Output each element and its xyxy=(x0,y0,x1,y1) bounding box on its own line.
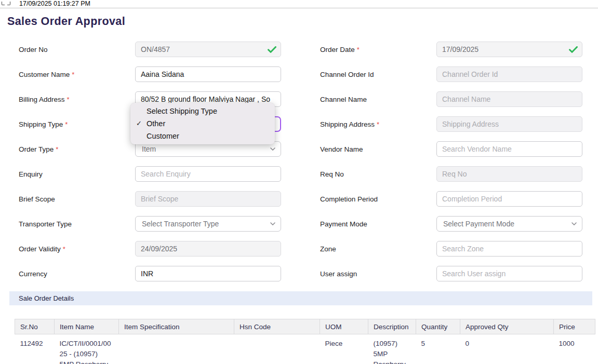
completion-period-row: Completion Period xyxy=(299,186,598,211)
cell-item-specification xyxy=(119,334,234,364)
req-no-label: Req No xyxy=(299,170,436,178)
cell-price: 1000 xyxy=(554,334,595,364)
required-asterisk: * xyxy=(56,145,58,153)
vendor-name-field[interactable] xyxy=(436,141,582,157)
vendor-name-label: Vendor Name xyxy=(299,145,436,153)
chevron-down-icon xyxy=(572,222,577,225)
selected-check-icon: ✓ xyxy=(136,117,142,130)
enquiry-row: Enquiry xyxy=(0,161,299,186)
col-description: Description xyxy=(368,319,416,334)
req-no-row: Req No xyxy=(299,161,598,186)
page-title: Sales Order Approval xyxy=(7,15,598,28)
shipping-type-dropdown-menu: Select Shipping Type ✓Other Customer xyxy=(130,103,275,144)
cell-uom: Piece xyxy=(320,334,368,364)
user-assign-row: User assign xyxy=(299,261,598,286)
vendor-name-row: Vendor Name xyxy=(299,137,598,161)
chevron-down-icon xyxy=(270,222,275,225)
shipping-address-row: Shipping Address* xyxy=(299,112,598,137)
cell-hsn-code xyxy=(234,334,320,364)
brief-scope-field xyxy=(135,191,281,207)
dropdown-option-select-shipping-type[interactable]: Select Shipping Type xyxy=(130,105,275,117)
order-validity-row: Order Validity* xyxy=(0,236,299,261)
shipping-address-field xyxy=(436,116,582,132)
col-sr-no: Sr.No xyxy=(15,319,55,334)
channel-name-label: Channel Name xyxy=(299,96,436,103)
req-no-field xyxy=(436,166,582,182)
sale-order-details-header: Sale Order Details xyxy=(9,291,592,305)
datetime-text: 17/09/2025 01:19:27 PM xyxy=(19,0,90,7)
customer-name-row: Customer Name* xyxy=(0,62,299,87)
currency-field[interactable] xyxy=(135,266,281,281)
required-asterisk: * xyxy=(72,71,74,78)
channel-order-id-field xyxy=(436,66,582,82)
col-price: Price xyxy=(554,319,595,334)
currency-row: Currency xyxy=(0,261,299,286)
transporter-type-label: Transporter Type xyxy=(0,220,135,228)
customer-name-field[interactable] xyxy=(135,66,281,82)
col-item-name: Item Name xyxy=(55,319,119,334)
sale-order-details-table: Sr.No Item Name Item Specification Hsn C… xyxy=(15,319,595,364)
shipping-type-row: Shipping Type* Other Select Shipping Typ… xyxy=(0,112,299,137)
order-validity-field[interactable] xyxy=(135,241,281,257)
shipping-type-label: Shipping Type* xyxy=(0,120,135,128)
completion-period-field[interactable] xyxy=(436,191,582,207)
zone-field[interactable] xyxy=(436,241,582,257)
billing-address-label: Billing Address* xyxy=(0,96,135,103)
shipping-address-label: Shipping Address* xyxy=(299,120,436,128)
order-date-row: Order Date* xyxy=(299,37,598,62)
table-row: 112492 IC/CT/II/0001/0025 - (10957) 5MP … xyxy=(15,334,595,364)
cell-approved-qty: 0 xyxy=(460,334,554,364)
currency-label: Currency xyxy=(0,270,135,278)
order-no-label: Order No xyxy=(0,46,135,53)
brief-scope-row: Brief Scope xyxy=(0,186,299,211)
enquiry-label: Enquiry xyxy=(0,170,135,178)
col-approved-qty: Approved Qty xyxy=(460,319,554,334)
chevron-down-icon xyxy=(270,147,275,151)
channel-order-id-label: Channel Order Id xyxy=(299,71,436,78)
order-type-label: Order Type* xyxy=(0,145,135,153)
order-validity-label: Order Validity* xyxy=(0,245,135,253)
transporter-type-select[interactable]: Select Transporter Type xyxy=(135,216,281,232)
required-asterisk: * xyxy=(357,46,360,53)
transporter-type-row: Transporter Type Select Transporter Type xyxy=(0,211,299,236)
required-asterisk: * xyxy=(63,245,65,253)
cell-quantity: 5 xyxy=(416,334,460,364)
dropdown-option-other[interactable]: ✓Other xyxy=(130,117,275,130)
fullscreen-corners-icon[interactable] xyxy=(2,2,10,5)
payment-mode-select[interactable]: Select Payment Mode xyxy=(436,216,582,232)
topbar: 17/09/2025 01:19:27 PM xyxy=(0,0,598,8)
zone-row: Zone xyxy=(299,236,598,261)
completion-period-label: Completion Period xyxy=(299,195,436,203)
payment-mode-row: Payment Mode Select Payment Mode xyxy=(299,211,598,236)
order-form: Order No Customer Name* Billing Address*… xyxy=(0,37,598,286)
required-asterisk: * xyxy=(65,120,68,128)
cell-description: (10957) 5MP Raspberry Pi 3/4 Model B xyxy=(368,334,416,364)
col-hsn-code: Hsn Code xyxy=(234,319,320,334)
required-asterisk: * xyxy=(377,120,379,128)
order-no-row: Order No xyxy=(0,37,299,62)
brief-scope-label: Brief Scope xyxy=(0,195,135,203)
required-asterisk: * xyxy=(67,96,70,103)
col-item-specification: Item Specification xyxy=(119,319,234,334)
cell-sr-no: 112492 xyxy=(15,334,55,364)
order-date-field[interactable] xyxy=(436,42,582,57)
channel-order-id-row: Channel Order Id xyxy=(299,62,598,87)
cell-item-name: IC/CT/II/0001/0025 - (10957) 5MP Raspber… xyxy=(55,334,119,364)
channel-name-field xyxy=(436,91,582,107)
enquiry-field[interactable] xyxy=(135,166,281,182)
user-assign-label: User assign xyxy=(299,270,436,278)
dropdown-option-customer[interactable]: Customer xyxy=(130,130,275,142)
channel-name-row: Channel Name xyxy=(299,87,598,112)
order-no-field[interactable] xyxy=(135,42,281,57)
col-quantity: Quantity xyxy=(416,319,460,334)
table-header-row: Sr.No Item Name Item Specification Hsn C… xyxy=(15,319,595,334)
payment-mode-label: Payment Mode xyxy=(299,220,436,228)
order-date-label: Order Date* xyxy=(299,46,436,53)
col-uom: UOM xyxy=(320,319,368,334)
zone-label: Zone xyxy=(299,245,436,253)
customer-name-label: Customer Name* xyxy=(0,71,135,78)
user-assign-field[interactable] xyxy=(436,266,582,281)
